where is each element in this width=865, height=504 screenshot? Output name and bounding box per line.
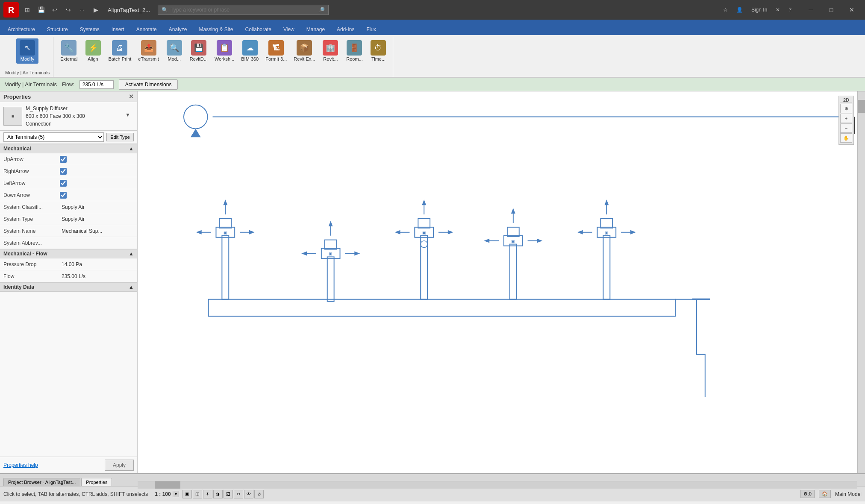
zoom-in-btn[interactable]: + — [840, 114, 852, 123]
mechflow-section-header[interactable]: Mechanical - Flow ▲ — [0, 249, 137, 258]
etransmit-btn[interactable]: 📤 eTransmit — [135, 38, 162, 64]
formit-btn[interactable]: 🏗 FormIt 3... — [263, 38, 289, 64]
sysname-value: Mechanical Sup... — [60, 228, 137, 234]
edit-type-btn[interactable]: Edit Type — [106, 133, 134, 141]
ribbon-addins-items: 🔧 External ⚡ Align 🖨 Batch Print 📤 eTran… — [58, 37, 389, 75]
2d-label: 2D — [840, 97, 852, 103]
vertical-scrollbar[interactable] — [857, 91, 865, 473]
room-btn[interactable]: 🚪 Room... — [343, 38, 365, 64]
tab-insert[interactable]: Insert — [106, 24, 130, 35]
uparrow-checkbox[interactable] — [60, 156, 67, 163]
worksharing-label: Worksh... — [215, 56, 234, 62]
downarrow-row: DownArrow — [0, 189, 137, 201]
modify-label: Modify — [21, 56, 34, 62]
identity-section-header[interactable]: Identity Data ▲ — [0, 282, 137, 292]
mechanical-section-header[interactable]: Mechanical ▲ — [0, 144, 137, 153]
close-btn[interactable]: ✕ — [842, 3, 862, 17]
svg-rect-6 — [692, 299, 710, 300]
visual-style-btn[interactable]: ◫ — [193, 490, 202, 498]
pan-btn[interactable]: ✋ — [840, 133, 852, 143]
qat-undo[interactable]: ↩ — [49, 4, 61, 16]
render-btn[interactable]: 🖼 — [224, 490, 233, 498]
sun-path-btn[interactable]: ☀ — [203, 490, 212, 498]
search-input[interactable] — [171, 7, 316, 13]
svg-text:▣: ▣ — [329, 252, 332, 256]
tab-flux[interactable]: Flux — [360, 24, 382, 35]
apply-btn[interactable]: Apply — [105, 460, 134, 471]
user-icon[interactable]: 👤 — [734, 6, 745, 14]
crop-btn[interactable]: ✂ — [234, 490, 243, 498]
revit-btn[interactable]: 🏢 Revit... — [319, 38, 341, 64]
tab-architecture[interactable]: Architecture — [2, 24, 41, 35]
qat-save[interactable]: 💾 — [35, 4, 47, 16]
tab-annotate[interactable]: Annotate — [130, 24, 163, 35]
type-selector[interactable]: Air Terminals (5) — [3, 132, 104, 142]
bim360-btn[interactable]: ☁ BIM 360 — [238, 38, 261, 64]
project-browser-tab[interactable]: Project Browser - AlignTagTest... — [3, 478, 80, 486]
align-label: Align — [88, 56, 98, 62]
leftarrow-checkbox[interactable] — [60, 180, 67, 187]
batchprint-label: Batch Print — [109, 56, 132, 62]
search-box[interactable]: 🔍 🔎 — [158, 5, 329, 15]
modify-btn[interactable]: ↖ Modify — [16, 38, 38, 64]
mod-btn[interactable]: 🔍 Mod... — [163, 38, 185, 64]
properties-tab[interactable]: Properties — [81, 478, 112, 486]
activate-dimensions-btn[interactable]: Activate Dimensions — [119, 79, 178, 90]
properties-close-btn[interactable]: ✕ — [129, 93, 134, 100]
leftarrow-row: LeftArrow — [0, 177, 137, 189]
external-btn[interactable]: 🔧 External — [58, 38, 80, 64]
signin-btn[interactable]: Sign In — [749, 6, 770, 14]
svg-text:▣: ▣ — [422, 231, 426, 235]
scroll-thumb[interactable] — [858, 100, 865, 113]
time-btn[interactable]: ⏱ Time... — [367, 38, 389, 64]
batchprint-btn[interactable]: 🖨 Batch Print — [106, 38, 134, 64]
workset-btn[interactable]: ⚙:0 — [800, 490, 815, 498]
shadows-btn[interactable]: ◑ — [213, 490, 223, 498]
tab-manage[interactable]: Manage — [300, 24, 331, 35]
uparrow-row: UpArrow — [0, 153, 137, 165]
tab-systems[interactable]: Systems — [74, 24, 106, 35]
scale-value: 1 : 100 — [155, 491, 171, 497]
close-app-btn[interactable]: ✕ — [773, 6, 783, 14]
help-btn[interactable]: ? — [786, 6, 794, 14]
qat-play[interactable]: ▶ — [90, 4, 102, 16]
tab-collaborate[interactable]: Collaborate — [239, 24, 277, 35]
tab-addins[interactable]: Add-Ins — [331, 24, 360, 35]
minimize-btn[interactable]: ─ — [801, 3, 821, 17]
downarrow-checkbox[interactable] — [60, 192, 67, 199]
tab-structure[interactable]: Structure — [41, 24, 74, 35]
scale-options-btn[interactable]: ▾ — [173, 491, 179, 497]
revitd-btn[interactable]: 💾 RevitD... — [187, 38, 210, 64]
worksharing-icon: 📋 — [217, 40, 232, 56]
horizontal-scrollbar[interactable] — [138, 481, 857, 489]
flow-input[interactable] — [79, 80, 114, 89]
h-scroll-thumb[interactable] — [155, 481, 180, 489]
tab-view[interactable]: View — [277, 24, 300, 35]
uparrow-label: UpArrow — [0, 156, 60, 162]
mechflow-label: Mechanical - Flow — [3, 251, 47, 257]
rightarrow-checkbox[interactable] — [60, 168, 67, 175]
qat-redo[interactable]: ↪ — [62, 4, 74, 16]
downarrow-label: DownArrow — [0, 192, 60, 198]
temp-hide-btn[interactable]: ⊘ — [254, 490, 264, 498]
zoom-fit-btn[interactable]: ⊕ — [840, 104, 852, 113]
flow-row: Flow 235.00 L/s — [0, 270, 137, 282]
type-dropdown-btn[interactable]: ▼ — [125, 112, 134, 120]
zoom-out-btn[interactable]: − — [840, 123, 852, 133]
maximize-btn[interactable]: □ — [821, 3, 841, 17]
worksharing-btn[interactable]: 📋 Worksh... — [212, 38, 237, 64]
tab-massing[interactable]: Massing & Site — [193, 24, 239, 35]
align-btn[interactable]: ⚡ Align — [82, 38, 104, 64]
detail-level-btn[interactable]: ▣ — [182, 490, 192, 498]
properties-help-link[interactable]: Properties help — [3, 462, 38, 468]
select-dropdown-label[interactable]: Modify | Air Terminals — [5, 70, 50, 75]
revitex-btn[interactable]: 📦 Revit Ex... — [291, 38, 318, 64]
reveal-hidden-btn[interactable]: 👁 — [244, 490, 253, 498]
favorites-btn[interactable]: ☆ — [721, 6, 730, 14]
qat-measure[interactable]: ↔ — [76, 4, 88, 16]
model-name-btn[interactable]: 🏠 — [819, 490, 831, 498]
canvas-area[interactable]: ▣ ▣ ▣ ▣ ▣ 2D ⊕ + − ✋ — [138, 91, 865, 473]
tab-analyze[interactable]: Analyze — [163, 24, 193, 35]
sysabbrev-label: System Abbrev... — [0, 240, 60, 246]
qat-home[interactable]: ⊞ — [21, 4, 33, 16]
